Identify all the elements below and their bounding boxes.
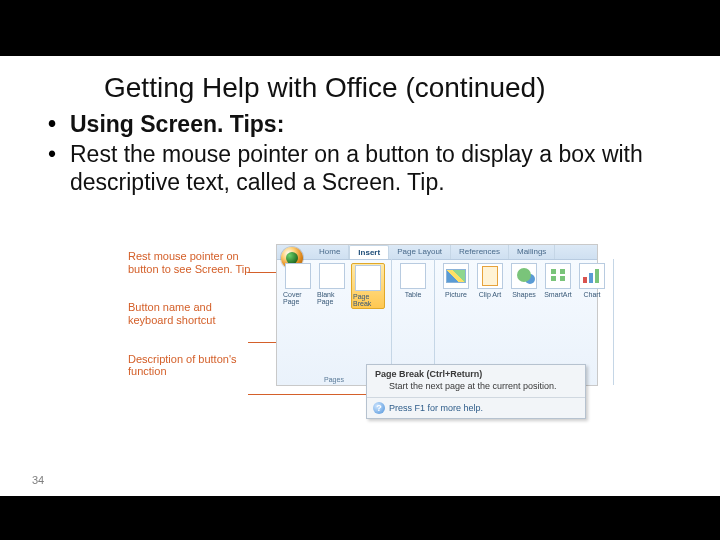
table-icon bbox=[400, 263, 426, 289]
tab-page-layout[interactable]: Page Layout bbox=[389, 245, 451, 259]
button-label: Clip Art bbox=[479, 291, 502, 298]
callout: Button name and keyboard shortcut bbox=[128, 301, 256, 326]
smartart-button[interactable]: SmartArt bbox=[543, 263, 573, 298]
tab-mailings[interactable]: Mailings bbox=[509, 245, 555, 259]
screentip: Page Break (Ctrl+Return) Start the next … bbox=[366, 364, 586, 419]
clip-art-button[interactable]: Clip Art bbox=[475, 263, 505, 298]
page-number: 34 bbox=[32, 474, 44, 486]
shapes-icon bbox=[511, 263, 537, 289]
page-break-icon bbox=[355, 265, 381, 291]
smartart-icon bbox=[545, 263, 571, 289]
bullet-item: Using Screen. Tips: bbox=[48, 110, 684, 138]
blank-page-icon bbox=[319, 263, 345, 289]
help-icon: ? bbox=[373, 402, 385, 414]
clip-art-icon bbox=[477, 263, 503, 289]
screentip-help-row: ? Press F1 for more help. bbox=[367, 397, 585, 418]
slide: Getting Help with Office (continued) Usi… bbox=[0, 56, 720, 496]
page-break-button[interactable]: Page Break bbox=[351, 263, 385, 309]
cover-page-icon bbox=[285, 263, 311, 289]
blank-page-button[interactable]: Blank Page bbox=[317, 263, 347, 309]
tab-references[interactable]: References bbox=[451, 245, 509, 259]
table-button[interactable]: Table bbox=[398, 263, 428, 298]
tab-insert[interactable]: Insert bbox=[349, 245, 389, 259]
button-label: Chart bbox=[583, 291, 600, 298]
figure: Rest mouse pointer on button to see Scre… bbox=[128, 244, 596, 452]
button-label: Shapes bbox=[512, 291, 536, 298]
bullet-list: Using Screen. Tips: Rest the mouse point… bbox=[48, 110, 684, 196]
chart-button[interactable]: Chart bbox=[577, 263, 607, 298]
ribbon-tabs: HomeInsertPage LayoutReferencesMailings bbox=[311, 245, 555, 259]
tab-home[interactable]: Home bbox=[311, 245, 349, 259]
bullet-item: Rest the mouse pointer on a button to di… bbox=[48, 140, 684, 196]
button-label: Page Break bbox=[353, 293, 383, 307]
button-label: Table bbox=[405, 291, 422, 298]
button-label: Picture bbox=[445, 291, 467, 298]
button-label: Blank Page bbox=[317, 291, 347, 305]
chart-icon bbox=[579, 263, 605, 289]
button-label: Cover Page bbox=[283, 291, 313, 305]
shapes-button[interactable]: Shapes bbox=[509, 263, 539, 298]
button-label: SmartArt bbox=[544, 291, 572, 298]
cover-page-button[interactable]: Cover Page bbox=[283, 263, 313, 309]
screentip-help-text: Press F1 for more help. bbox=[389, 403, 483, 413]
picture-icon bbox=[443, 263, 469, 289]
slide-title: Getting Help with Office (continued) bbox=[104, 72, 720, 104]
callout: Rest mouse pointer on button to see Scre… bbox=[128, 250, 256, 275]
callout: Description of button's function bbox=[128, 353, 256, 378]
picture-button[interactable]: Picture bbox=[441, 263, 471, 298]
screentip-body: Start the next page at the current posit… bbox=[367, 381, 585, 397]
callout-column: Rest mouse pointer on button to see Scre… bbox=[128, 250, 256, 404]
screentip-title: Page Break (Ctrl+Return) bbox=[367, 365, 585, 381]
